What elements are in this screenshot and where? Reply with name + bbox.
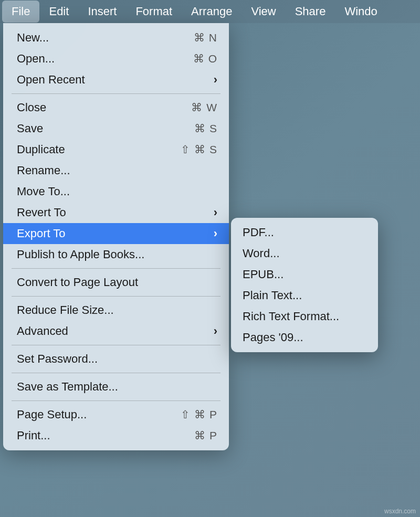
submenu-item-pdf[interactable]: PDF... <box>231 222 378 243</box>
menu-label: Advanced <box>17 324 68 338</box>
menu-label: Close <box>17 101 46 114</box>
watermark: wsxdn.com <box>384 508 416 515</box>
separator <box>12 268 220 269</box>
menu-label: Open Recent <box>17 73 85 87</box>
menu-item-page-setup[interactable]: Page Setup... ⇧ ⌘ P <box>3 404 229 425</box>
shortcut: ⌘ P <box>194 429 217 442</box>
submenu-item-plain-text[interactable]: Plain Text... <box>231 285 378 306</box>
submenu-item-epub[interactable]: EPUB... <box>231 264 378 285</box>
separator <box>12 93 220 94</box>
menu-item-reduce-file-size[interactable]: Reduce File Size... <box>3 300 229 321</box>
menu-label: Save <box>17 122 43 135</box>
menu-item-print[interactable]: Print... ⌘ P <box>3 425 229 446</box>
file-menu-dropdown: New... ⌘ N Open... ⌘ O Open Recent › Clo… <box>3 23 229 450</box>
menu-label: Print... <box>17 429 50 442</box>
menu-item-duplicate[interactable]: Duplicate ⇧ ⌘ S <box>3 139 229 160</box>
submenu-item-pages09[interactable]: Pages '09... <box>231 327 378 348</box>
menu-item-new[interactable]: New... ⌘ N <box>3 27 229 48</box>
menu-item-convert[interactable]: Convert to Page Layout <box>3 272 229 293</box>
menu-label: EPUB... <box>243 268 284 281</box>
shortcut: ⌘ W <box>191 101 217 114</box>
shortcut: ⌘ S <box>194 122 217 135</box>
menu-label: Open... <box>17 52 55 66</box>
submenu-item-word[interactable]: Word... <box>231 243 378 264</box>
menu-item-save[interactable]: Save ⌘ S <box>3 118 229 139</box>
menu-label: New... <box>17 31 49 45</box>
menu-label: Convert to Page Layout <box>17 276 138 289</box>
menu-label: Page Setup... <box>17 408 87 421</box>
menu-label: PDF... <box>243 226 274 239</box>
chevron-right-icon: › <box>214 73 217 87</box>
menu-label: Pages '09... <box>243 331 303 344</box>
menu-item-open-recent[interactable]: Open Recent › <box>3 69 229 90</box>
menu-item-move-to[interactable]: Move To... <box>3 181 229 202</box>
menubar-edit[interactable]: Edit <box>39 1 78 23</box>
menu-label: Revert To <box>17 206 66 219</box>
menubar-window[interactable]: Windo <box>335 1 386 23</box>
menu-item-publish[interactable]: Publish to Apple Books... <box>3 244 229 265</box>
menubar-format[interactable]: Format <box>126 1 182 23</box>
shortcut: ⌘ O <box>193 52 217 65</box>
menu-label: Reduce File Size... <box>17 303 114 317</box>
menu-label: Save as Template... <box>17 380 118 394</box>
submenu-item-rtf[interactable]: Rich Text Format... <box>231 306 378 327</box>
menu-label: Export To <box>17 227 66 240</box>
separator <box>12 345 220 345</box>
menu-item-open[interactable]: Open... ⌘ O <box>3 48 229 69</box>
menubar-view[interactable]: View <box>242 1 285 23</box>
menu-label: Rich Text Format... <box>243 310 339 323</box>
shortcut: ⇧ ⌘ P <box>181 408 217 421</box>
menubar-file[interactable]: File <box>2 1 39 23</box>
separator <box>12 373 220 373</box>
menu-label: Set Password... <box>17 352 98 366</box>
menu-label: Plain Text... <box>243 289 302 302</box>
menu-label: Publish to Apple Books... <box>17 248 144 261</box>
chevron-right-icon: › <box>214 227 217 240</box>
shortcut: ⇧ ⌘ S <box>181 143 217 156</box>
export-to-submenu: PDF... Word... EPUB... Plain Text... Ric… <box>231 218 378 352</box>
menu-label: Rename... <box>17 164 70 177</box>
menu-label: Word... <box>243 247 280 260</box>
chevron-right-icon: › <box>214 206 217 219</box>
menubar-arrange[interactable]: Arrange <box>182 1 242 23</box>
separator <box>12 400 220 401</box>
menubar: File Edit Insert Format Arrange View Sha… <box>0 0 420 23</box>
menu-item-rename[interactable]: Rename... <box>3 160 229 181</box>
menu-label: Duplicate <box>17 143 65 156</box>
menu-item-export-to[interactable]: Export To › <box>3 223 229 244</box>
menu-label: Move To... <box>17 185 70 198</box>
chevron-right-icon: › <box>214 324 217 338</box>
menu-item-advanced[interactable]: Advanced › <box>3 321 229 342</box>
menu-item-revert-to[interactable]: Revert To › <box>3 202 229 223</box>
menubar-insert[interactable]: Insert <box>78 1 126 23</box>
menubar-share[interactable]: Share <box>286 1 335 23</box>
shortcut: ⌘ N <box>194 31 217 44</box>
menu-item-close[interactable]: Close ⌘ W <box>3 97 229 118</box>
menu-item-save-as-template[interactable]: Save as Template... <box>3 376 229 397</box>
separator <box>12 296 220 297</box>
menu-item-set-password[interactable]: Set Password... <box>3 349 229 370</box>
